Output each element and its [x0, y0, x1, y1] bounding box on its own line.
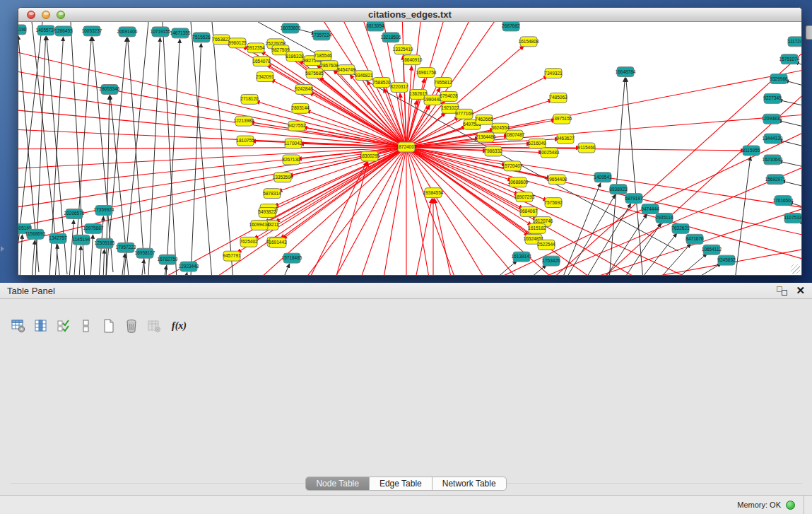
network-svg[interactable]: 1661190140557241286453100532372069140610…: [18, 22, 801, 275]
network-node[interactable]: 1342757: [49, 233, 67, 243]
network-node[interactable]: 7625402: [240, 237, 258, 247]
tab-node-table[interactable]: Node Table: [305, 477, 370, 491]
network-node[interactable]: 9777169: [455, 109, 473, 119]
network-node[interactable]: 7955812: [434, 78, 452, 88]
network-node[interactable]: 1654078: [252, 57, 271, 66]
network-node[interactable]: 2687682: [502, 22, 520, 31]
window-resize-grip-icon[interactable]: [791, 264, 800, 274]
network-node[interactable]: 16640910: [402, 55, 423, 65]
network-node[interactable]: 15720407: [502, 161, 523, 171]
network-node[interactable]: 16139141: [512, 252, 532, 262]
network-node[interactable]: 10719155: [151, 27, 171, 37]
network-node[interactable]: 9115460: [578, 143, 596, 153]
network-node[interactable]: 7575692: [544, 198, 563, 208]
table-settings-icon[interactable]: [11, 318, 26, 334]
show-columns-icon[interactable]: [33, 318, 49, 334]
network-node[interactable]: 6794028: [440, 91, 458, 101]
network-node[interactable]: 16033809: [281, 23, 301, 33]
network-node[interactable]: 16210643: [763, 155, 783, 165]
network-node[interactable]: 28053346: [100, 85, 120, 95]
network-node[interactable]: 17359924: [94, 206, 114, 216]
network-node[interactable]: 19384554: [423, 188, 444, 198]
network-node[interactable]: 13353594: [273, 173, 293, 182]
network-node[interactable]: 9427552: [288, 121, 306, 131]
network-node[interactable]: 20691406: [117, 27, 138, 37]
network-node[interactable]: 11568693: [25, 229, 46, 239]
memory-ok-indicator[interactable]: [786, 501, 795, 510]
network-node[interactable]: 9346821: [355, 71, 373, 81]
network-node[interactable]: 12213983: [234, 116, 254, 126]
network-node[interactable]: 8454749: [337, 65, 355, 75]
network-node[interactable]: 16154808: [519, 37, 539, 47]
column-chooser-icon[interactable]: [78, 318, 94, 334]
network-node[interactable]: 5493822: [258, 208, 276, 218]
network-node[interactable]: 9329966: [770, 74, 788, 84]
network-node[interactable]: 14055724: [36, 25, 57, 35]
tab-network-table[interactable]: Network Table: [433, 477, 507, 491]
network-node[interactable]: 6879197: [625, 194, 643, 204]
network-node[interactable]: 16099434: [249, 220, 270, 230]
network-node[interactable]: 6216049: [528, 139, 546, 148]
network-node[interactable]: 10654112: [702, 245, 722, 255]
network-node[interactable]: 20206576: [64, 209, 85, 219]
network-node[interactable]: 9463627: [556, 134, 575, 144]
network-node[interactable]: 12093832: [762, 114, 782, 124]
network-node[interactable]: 13444139: [763, 134, 783, 144]
network-node[interactable]: 7349321: [544, 69, 563, 78]
network-node[interactable]: 9684067: [519, 207, 538, 217]
network-node[interactable]: 8220317: [390, 83, 408, 93]
network-node[interactable]: 1691443: [269, 238, 287, 247]
network-node[interactable]: 5878314: [263, 189, 281, 199]
network-node[interactable]: 15692971: [765, 175, 786, 185]
network-node[interactable]: 13975155: [552, 114, 572, 124]
network-view-window[interactable]: citations_edges.txt 16611901405572412864…: [18, 7, 802, 276]
network-node[interactable]: 5875685: [305, 69, 324, 78]
network-node[interactable]: 14671355: [170, 28, 191, 38]
network-node[interactable]: 10807487: [505, 130, 525, 140]
delete-table-icon[interactable]: [124, 318, 139, 334]
network-node[interactable]: 1409541: [594, 173, 612, 182]
network-node[interactable]: 1145194: [73, 235, 90, 245]
network-node[interactable]: 17957223: [116, 243, 136, 252]
network-node[interactable]: 16961758: [416, 68, 437, 78]
network-node[interactable]: 7986332: [484, 146, 502, 156]
network-node[interactable]: 1661190: [18, 25, 27, 35]
network-node[interactable]: 10025483: [539, 148, 560, 158]
close-panel-icon[interactable]: ✕: [796, 286, 805, 296]
network-node[interactable]: 7185546: [314, 51, 332, 61]
network-node[interactable]: 9457791: [223, 251, 241, 261]
control-panel-grip-icon[interactable]: [1, 246, 4, 252]
network-node[interactable]: 8813054: [366, 22, 384, 31]
network-node[interactable]: 18300295: [360, 151, 380, 161]
network-node[interactable]: 7588520: [372, 78, 391, 88]
network-node[interactable]: 9227349: [763, 93, 782, 103]
network-node[interactable]: 2867608: [320, 61, 339, 71]
network-node[interactable]: 21364486: [476, 132, 496, 142]
network-node[interactable]: 13325419: [393, 45, 413, 54]
network-node[interactable]: 16958107: [135, 248, 155, 258]
network-node[interactable]: 9242848: [295, 85, 313, 95]
network-node[interactable]: 1170042: [285, 139, 302, 148]
window-titlebar[interactable]: citations_edges.txt: [18, 8, 801, 22]
network-node[interactable]: 19654408: [547, 175, 567, 185]
network-node[interactable]: 1753426: [542, 256, 560, 266]
network-node[interactable]: 2935114: [656, 213, 673, 223]
network-node[interactable]: 8267130: [282, 155, 300, 165]
network-node[interactable]: 15718485: [282, 253, 302, 263]
network-node[interactable]: 16648784: [616, 67, 636, 77]
network-node[interactable]: 13218506: [381, 33, 401, 42]
network-node[interactable]: 9474444: [641, 204, 659, 214]
network-node[interactable]: 8938923: [609, 185, 628, 194]
network-node[interactable]: 5912354: [247, 43, 265, 53]
network-node[interactable]: 17357224: [312, 30, 332, 40]
tab-edge-table[interactable]: Edge Table: [370, 477, 433, 491]
network-node[interactable]: 12923448: [179, 262, 199, 271]
create-table-icon[interactable]: [101, 318, 117, 334]
network-node[interactable]: 7663822: [212, 35, 230, 45]
network-node[interactable]: 7632621: [671, 223, 690, 233]
network-node[interactable]: 1810755: [236, 136, 254, 146]
network-node[interactable]: 10688609: [508, 177, 529, 187]
float-window-icon[interactable]: [777, 286, 787, 296]
network-node[interactable]: 7485063: [549, 93, 567, 103]
network-node[interactable]: 10053237: [82, 26, 102, 36]
